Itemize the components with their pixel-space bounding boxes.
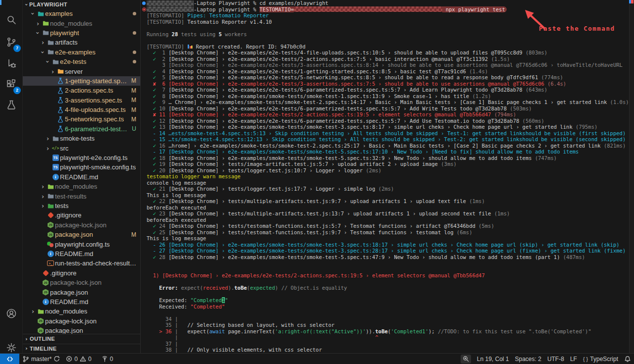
terminal-line: Error: expect(received).toBe(expected) /… [141,285,634,291]
tree-file-1-getting-started-spe-[interactable]: 1-getting-started.spe...M [23,76,140,86]
account-icon[interactable] [0,304,23,323]
terminal-text: (1.5s) [488,56,510,62]
sync-icon [53,356,60,362]
scrollbar-track[interactable] [629,0,634,353]
tree-folder-examples[interactable]: ›examples [23,9,140,18]
tree-file-playwright-config-ts[interactable]: playwright.config.ts [23,239,140,249]
tree-file-readme-md[interactable]: iREADME.md [23,297,140,307]
tree-folder-node-modules[interactable]: ›node_modules [23,18,140,28]
tree-file-readme-md[interactable]: iREADME.md [23,249,140,259]
tree-file-package-lock-json[interactable]: JSpackage-lock.json [23,316,140,326]
terminal-text: (1.2s) [469,93,491,99]
terminal-line [141,291,634,298]
indentation-setting[interactable]: Spaces: 2 [512,354,544,364]
tree-folder-node-modules[interactable]: ›node_modules [23,307,140,316]
terminal-text: 8 [159,93,168,99]
folder-icon [41,29,50,36]
terminal-line [141,260,634,266]
terminal-line: This is log message [141,192,634,199]
terminal-line: ✓ 9 … Chrome] › e2e-examples/smoke-tests… [141,99,634,105]
search-icon[interactable] [0,10,23,30]
tree-folder-node-modules[interactable]: ›node_modules [23,182,140,191]
terminal-line: ✓ 8 [Desktop Chrome] › e2e-examples/smok… [141,93,634,100]
terminal-text: 13 [159,124,168,130]
chevron-down-icon: › [44,58,52,65]
terminal-output[interactable]: -Laptop Playwright % cd examples/playwri… [141,0,634,353]
terminal-text: [Desktop Chrome] › tests/multiple-artifa… [168,210,491,216]
tree-folder-tests[interactable]: ›tests [23,201,140,210]
notifications-bell[interactable] [621,354,634,364]
tree-file-6-parametrized-tests-[interactable]: 6-parametrized-tests....U [23,124,140,134]
warning-count: 0 [88,356,92,363]
run-debug-icon[interactable] [0,53,23,73]
source-control-icon[interactable]: 7 [0,32,23,52]
tree-file-package-lock-json[interactable]: JSpackage-lock.json [23,220,140,230]
folder-nm-icon [46,183,55,190]
terminal-text: (487ms) [560,254,585,260]
zoom-in-icon [463,356,469,362]
terminal-line: - 14 …ests/smoke-test-4.spec.ts:5:13 › S… [141,130,634,137]
terminal-text: ✓ [147,155,159,161]
zoom-indicator[interactable] [461,355,471,364]
tree-folder-smoke-tests[interactable]: ›smoke-tests [23,134,140,143]
problems-item[interactable]: 0 0 [63,354,94,364]
folder-nm-icon [41,20,50,27]
tree-file-playwright-smoke-config-ts[interactable]: TSplaywright-smoke.config.ts [23,162,140,172]
eol-setting[interactable]: LF [567,354,580,364]
modified-dot-badge [133,31,136,35]
tree-item-label: package-lock.json [50,279,102,286]
tree-file-playwright-e2e-config-ts[interactable]: TSplaywright-e2e.config.ts [23,153,140,162]
tree-folder-test-results[interactable]: ›test-results [23,191,140,201]
terminal-text: 19 [159,161,168,167]
timeline-section-header[interactable]: › TIMELINE [23,344,140,354]
encoding-setting[interactable]: UTF-8 [544,354,567,364]
tree-file--gitignore[interactable]: .gitignore [23,268,140,278]
cursor-position[interactable]: Ln 19, Col 1 [474,354,512,364]
bell-icon [624,356,631,363]
terminal-text: ✓ [147,186,159,192]
terminal-line: [TESTOMATIO] Pipes: Testomatio Reporter [141,12,634,19]
git-branch-item[interactable]: master* [19,354,63,364]
terminal-text: toBe [375,328,388,334]
flask-icon [56,116,65,123]
tree-item-label: e2e-tests [60,58,86,65]
tree-file-package-lock-json[interactable]: JSpackage-lock.json [23,278,140,287]
tree-folder-e2e-examples[interactable]: ›e2e-examples [23,48,140,57]
tree-file-package-json[interactable]: JSpackage.json [23,287,140,297]
tree-folder-playwright[interactable]: ›playwright [23,28,140,38]
terminal-text: Error: [147,285,181,291]
tree-file-package-json[interactable]: JSpackage.jsonM [23,230,140,239]
terminal-text: expect( [178,328,209,334]
masks-icon [46,241,55,248]
chevron-down-icon: › [39,49,47,55]
language-mode[interactable]: { } TypeScript [580,354,621,364]
tree-item-label: package-lock.json [45,317,97,325]
terminal-text: (643ms) [523,87,548,93]
tree-folder-server[interactable]: ›server [23,66,140,76]
terminal-text: [Desktop Chrome] › e2e-examples/e2e-test… [168,50,522,55]
tree-file-2-actions-spec-ts[interactable]: 2-actions.spec.tsM [23,86,140,95]
tree-file-3-assertions-spec-ts[interactable]: 3-assertions.spec.tsM [23,96,140,105]
tree-folder-src[interactable]: ›</>src [23,143,140,153]
tree-file-run-tests-and-check-results-sh[interactable]: >_run-tests-and-check-results.sh [23,259,140,268]
settings-gear-icon[interactable] [0,338,23,358]
tree-file-readme-md[interactable]: iREADME.md [23,172,140,182]
terminal-text: [TESTOMATIO] [147,44,187,50]
ports-item[interactable]: 0 [99,354,116,364]
testing-icon[interactable] [0,95,23,115]
extensions-icon[interactable]: 2 [0,74,23,94]
tree-folder-artifacts[interactable]: ›artifacts [23,38,140,47]
terminal-line [141,266,634,273]
outline-section-header[interactable]: › OUTLINE [23,334,140,344]
terminal-text: ✓ [147,93,159,99]
terminal-text: ✓ [147,50,159,55]
tree-file-4-file-uploads-spec-ts[interactable]: 4-file-uploads.spec.tsM [23,105,140,114]
folder-icon [51,135,60,142]
tree-item-label: test-results [55,193,87,200]
terminal-text: This is log message [147,192,206,198]
tree-file-5-networking-spec-ts[interactable]: 5-networking.spec.tsM [23,114,140,124]
tree-folder-e2e-tests[interactable]: ›e2e-tests [23,57,140,66]
terminal-line: ✓ 18 [Desktop Chrome] › e2e-examples/smo… [141,155,634,161]
tree-file--gitignore[interactable]: .gitignore [23,210,140,220]
explorer-section-header[interactable]: › PLAYWRIGHT [23,0,140,9]
